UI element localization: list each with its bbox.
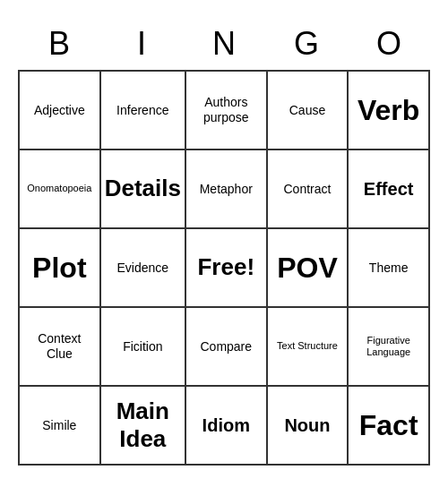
cell-text: Inference — [116, 103, 168, 118]
bingo-letter: N — [186, 25, 262, 63]
bingo-letter: I — [104, 25, 179, 63]
cell-text: Metaphor — [200, 182, 253, 197]
cell-text: Text Structure — [277, 340, 338, 352]
cell-text: Figurative Language — [352, 335, 425, 358]
cell-text: Fact — [359, 408, 418, 442]
cell-text: Compare — [200, 339, 252, 355]
bingo-cell: Text Structure — [268, 308, 349, 387]
bingo-cell: Cause — [268, 72, 349, 150]
bingo-cell: POV — [268, 229, 349, 308]
bingo-letter: G — [269, 25, 344, 63]
cell-text: Verb — [358, 93, 419, 127]
bingo-grid: AdjectiveInferenceAuthors purposeCauseVe… — [18, 70, 430, 466]
bingo-cell: Effect — [349, 150, 430, 229]
bingo-cell: Compare — [186, 308, 268, 387]
cell-text: Ficition — [123, 339, 162, 355]
cell-text: Noun — [284, 414, 330, 436]
bingo-cell: Details — [101, 150, 186, 229]
bingo-card: BINGO AdjectiveInferenceAuthors purposeC… — [18, 21, 430, 466]
bingo-cell: Fact — [349, 387, 430, 466]
bingo-cell: Simile — [20, 387, 101, 466]
cell-text: Contract — [284, 182, 332, 197]
bingo-cell: Ficition — [101, 308, 186, 387]
cell-text: Evidence — [117, 261, 169, 276]
bingo-cell: Plot — [20, 229, 101, 308]
bingo-header: BINGO — [18, 21, 430, 70]
bingo-cell: Adjective — [20, 72, 101, 150]
bingo-letter: O — [351, 25, 426, 63]
cell-text: Authors purpose — [190, 95, 263, 125]
bingo-cell: Theme — [349, 229, 430, 308]
cell-text: Details — [105, 175, 181, 202]
bingo-cell: Onomatopoeia — [20, 150, 101, 229]
bingo-cell: Evidence — [101, 229, 186, 308]
bingo-letter: B — [22, 25, 97, 63]
cell-text: POV — [277, 251, 338, 285]
cell-text: Theme — [369, 261, 409, 276]
bingo-cell: Idiom — [186, 387, 268, 466]
bingo-cell: Figurative Language — [349, 308, 430, 387]
cell-text: Effect — [364, 178, 414, 200]
cell-text: Free! — [197, 253, 254, 281]
bingo-cell: Verb — [349, 72, 430, 150]
cell-text: Context Clue — [23, 331, 96, 362]
cell-text: Adjective — [34, 103, 85, 118]
cell-text: Idiom — [202, 414, 250, 436]
bingo-cell: Free! — [186, 229, 268, 308]
bingo-cell: Inference — [101, 72, 186, 150]
cell-text: Simile — [42, 418, 76, 433]
bingo-cell: Main Idea — [101, 387, 186, 466]
cell-text: Main Idea — [105, 397, 181, 453]
bingo-cell: Noun — [268, 387, 349, 466]
bingo-cell: Authors purpose — [186, 72, 268, 150]
cell-text: Onomatopoeia — [27, 183, 91, 194]
bingo-cell: Contract — [268, 150, 349, 229]
bingo-cell: Context Clue — [20, 308, 101, 387]
bingo-cell: Metaphor — [186, 150, 268, 229]
cell-text: Cause — [289, 103, 325, 118]
cell-text: Plot — [32, 251, 86, 285]
